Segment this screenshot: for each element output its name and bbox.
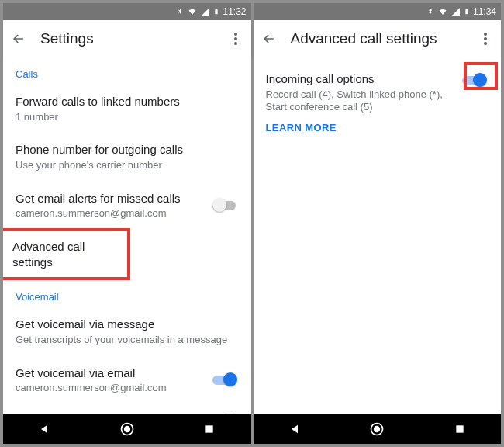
item-subtitle: Record call (4), Switch linked phone (*)… (266, 88, 455, 115)
app-bar: Settings (3, 20, 251, 57)
right-screen: 11:34 Advanced call settings Incoming ca… (254, 3, 502, 444)
svg-point-7 (484, 37, 487, 40)
nav-home-icon[interactable] (368, 421, 385, 438)
settings-list: Calls Forward calls to linked numbers 1 … (3, 57, 251, 414)
advanced-settings-list: Incoming call options Record call (4), S… (254, 57, 502, 414)
svg-point-6 (484, 33, 487, 36)
item-title: Voicemail notifications (16, 414, 205, 414)
back-icon[interactable] (261, 31, 277, 47)
outgoing-number-item[interactable]: Phone number for outgoing calls Use your… (3, 133, 251, 181)
item-subtitle: cameron.summerson@gmail.com (16, 207, 205, 220)
overflow-icon[interactable] (478, 33, 493, 45)
svg-point-10 (375, 427, 380, 432)
signal-icon (201, 7, 210, 16)
status-bar: 11:32 (3, 3, 251, 20)
incoming-call-options-item[interactable]: Incoming call options Record call (4), S… (254, 57, 502, 143)
wifi-icon (437, 7, 448, 16)
email-alerts-item[interactable]: Get email alerts for missed calls camero… (3, 182, 251, 230)
item-title: Advanced call settings (12, 239, 118, 269)
navigation-bar (3, 414, 251, 444)
page-title: Advanced call settings (291, 30, 464, 47)
voicemail-notifications-item[interactable]: Voicemail notifications (3, 404, 251, 414)
battery-icon (464, 7, 470, 16)
item-title: Incoming call options (266, 71, 455, 87)
nav-back-icon[interactable] (286, 421, 303, 438)
left-screen: 11:32 Settings Calls Forward calls to li… (3, 3, 251, 444)
app-bar: Advanced call settings (254, 20, 502, 57)
item-subtitle: cameron.summerson@gmail.com (16, 382, 205, 395)
item-title: Phone number for outgoing calls (16, 142, 239, 158)
bluetooth-icon (176, 7, 184, 16)
status-time: 11:32 (223, 6, 246, 17)
svg-point-4 (124, 427, 129, 432)
battery-icon (213, 7, 219, 16)
voicemail-notifications-toggle[interactable] (212, 414, 239, 414)
nav-home-icon[interactable] (119, 421, 136, 438)
item-title: Get email alerts for missed calls (16, 191, 205, 206)
svg-point-8 (484, 42, 487, 45)
advanced-call-settings-item[interactable]: Advanced call settings (3, 228, 130, 280)
svg-point-2 (234, 42, 237, 45)
item-subtitle: Use your phone's carrier number (16, 159, 239, 172)
svg-rect-11 (456, 425, 463, 432)
signal-icon (451, 7, 461, 16)
item-title: Get voicemail via email (16, 366, 205, 381)
status-time: 11:34 (473, 6, 496, 17)
nav-recent-icon[interactable] (201, 421, 218, 438)
voicemail-email-item[interactable]: Get voicemail via email cameron.summerso… (3, 356, 251, 404)
nav-back-icon[interactable] (36, 421, 53, 438)
bluetooth-icon (426, 7, 434, 16)
voicemail-section-header: Voicemail (3, 280, 251, 307)
calls-section-header: Calls (3, 57, 251, 85)
page-title: Settings (40, 30, 214, 47)
learn-more-link[interactable]: LEARN MORE (266, 122, 455, 133)
back-icon[interactable] (11, 31, 26, 47)
wifi-icon (187, 7, 198, 16)
overflow-icon[interactable] (228, 33, 243, 45)
status-bar: 11:34 (254, 3, 502, 20)
item-title: Get voicemail via message (16, 317, 239, 332)
svg-rect-5 (206, 425, 213, 432)
voicemail-message-item[interactable]: Get voicemail via message Get transcript… (3, 307, 251, 355)
forward-calls-item[interactable]: Forward calls to linked numbers 1 number (3, 85, 251, 133)
email-alerts-toggle[interactable] (212, 198, 239, 213)
item-subtitle: Get transcripts of your voicemails in a … (16, 334, 239, 347)
nav-recent-icon[interactable] (451, 421, 468, 438)
svg-point-1 (234, 37, 237, 40)
svg-point-0 (234, 33, 237, 36)
item-title: Forward calls to linked numbers (16, 94, 239, 109)
navigation-bar (254, 414, 502, 444)
item-subtitle: 1 number (16, 111, 239, 124)
voicemail-email-toggle[interactable] (212, 372, 239, 388)
highlight-box (464, 62, 498, 90)
